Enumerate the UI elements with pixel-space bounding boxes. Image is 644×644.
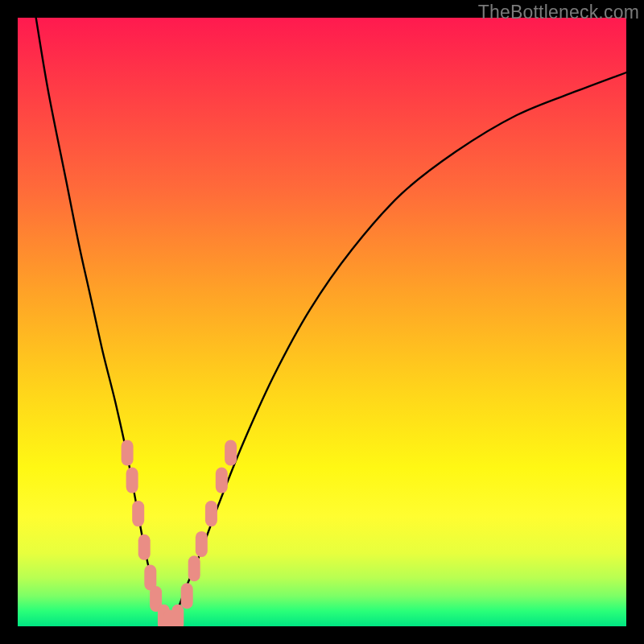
marker-group (122, 440, 237, 627)
marker-point (196, 531, 208, 557)
marker-point (150, 586, 162, 612)
marker-point (171, 605, 184, 626)
marker-point (126, 468, 138, 493)
marker-point (132, 501, 144, 526)
marker-point (205, 501, 217, 526)
marker-point (225, 440, 237, 466)
chart-svg (18, 18, 626, 626)
marker-point (188, 555, 200, 581)
marker-point (138, 535, 151, 560)
watermark-text: TheBottleneck.com (478, 2, 639, 23)
marker-point (181, 583, 193, 609)
marker-point (164, 610, 176, 627)
chart-plot-area (18, 18, 626, 626)
bottleneck-curve (36, 18, 626, 623)
chart-frame: TheBottleneck.com (0, 0, 644, 644)
marker-point (216, 468, 228, 493)
marker-point (144, 565, 156, 591)
marker-point (122, 440, 134, 466)
marker-point (158, 605, 170, 626)
